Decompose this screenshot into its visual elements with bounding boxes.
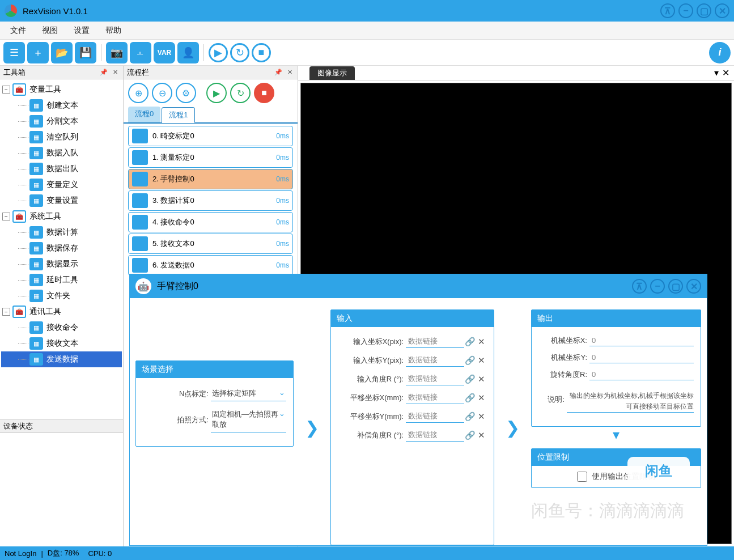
var-button[interactable]: VAR	[154, 42, 175, 63]
link-icon[interactable]: 🔗	[464, 374, 476, 384]
dialog-close-button[interactable]: ✕	[686, 279, 701, 294]
config-node-button[interactable]: ⚙	[176, 83, 196, 103]
tree-item-label: 数据入队	[46, 148, 78, 158]
list-button[interactable]: ☰	[3, 42, 25, 63]
close-panel-icon[interactable]: ✕	[722, 67, 729, 78]
clear-icon[interactable]: ✕	[476, 355, 487, 366]
link-icon[interactable]: 🔗	[464, 393, 476, 403]
new-button[interactable]: ＋	[27, 42, 49, 63]
tree-group[interactable]: −🧰变量工具	[1, 82, 122, 97]
tree-item[interactable]: ▦延时工具	[1, 272, 122, 288]
input-field[interactable]: 数据链接	[406, 372, 464, 385]
pin-icon[interactable]: 📌	[274, 68, 283, 77]
play-button[interactable]: ▶	[209, 43, 228, 62]
tree-item[interactable]: ▦文件夹	[1, 288, 122, 304]
proc-loop-button[interactable]: ↻	[230, 83, 251, 103]
process-item[interactable]: 6. 发送数据00ms	[128, 255, 293, 275]
npoint-select[interactable]: 选择标定矩阵 ⌄	[211, 386, 286, 401]
loop-button[interactable]: ↻	[230, 43, 249, 62]
menu-help[interactable]: 帮助	[97, 23, 129, 38]
close-button[interactable]: ✕	[715, 3, 729, 18]
tool-icon: ▦	[29, 226, 43, 239]
input-field[interactable]: 数据链接	[406, 335, 464, 348]
input-field[interactable]: 数据链接	[406, 429, 464, 442]
clear-icon[interactable]: ✕	[476, 337, 487, 347]
output-note: 输出的坐标为机械坐标,机械手根据该坐标可直接移动至目标位置	[567, 391, 694, 413]
link-icon[interactable]: 🔗	[464, 430, 476, 440]
close-panel-icon[interactable]: ✕	[285, 68, 294, 77]
expander-icon[interactable]: −	[2, 308, 10, 316]
shot-select[interactable]: 固定相机—先拍照再取放 ⌄	[211, 407, 286, 432]
menu-settings[interactable]: 设置	[66, 23, 97, 38]
close-panel-icon[interactable]: ✕	[111, 68, 120, 77]
menu-file[interactable]: 文件	[2, 23, 34, 38]
pin-icon[interactable]: 📌	[99, 68, 108, 77]
clear-icon[interactable]: ✕	[476, 411, 487, 422]
output-row-label: 旋转角度R:	[538, 370, 589, 380]
process-item-name: 5. 接收文本0	[152, 239, 276, 249]
add-node-button[interactable]: ⊕	[128, 83, 149, 103]
tree-item[interactable]: ▦变量设置	[1, 193, 122, 209]
process-item[interactable]: 2. 手臂控制00ms	[128, 169, 293, 189]
open-button[interactable]: 📂	[51, 42, 73, 63]
tree-item[interactable]: ▦分割文本	[1, 113, 122, 129]
link-icon[interactable]: 🔗	[464, 355, 476, 366]
process-tab[interactable]: 流程0	[128, 107, 160, 122]
stop-button[interactable]: ■	[252, 43, 271, 62]
titlebar: RexVision V1.0.1 ⊼ − ▢ ✕	[0, 0, 734, 22]
tool-icon: ▦	[29, 99, 43, 112]
minimize-button[interactable]: −	[678, 3, 693, 18]
process-item[interactable]: 0. 畸变标定00ms	[128, 126, 293, 146]
device-status-header: 设备状态	[0, 419, 123, 433]
tree-group[interactable]: −🧰系统工具	[1, 209, 122, 224]
tree-group[interactable]: −🧰通讯工具	[1, 304, 122, 320]
info-button[interactable]: i	[709, 42, 731, 63]
process-item[interactable]: 3. 数据计算00ms	[128, 190, 293, 211]
tree-item[interactable]: ▦数据计算	[1, 224, 122, 240]
use-limit-checkbox[interactable]	[577, 472, 587, 482]
tree-item[interactable]: ▦清空队列	[1, 129, 122, 145]
output-field: 0	[589, 352, 694, 363]
dialog-title: 手臂控制0	[157, 281, 629, 292]
dropdown-icon[interactable]: ▾	[714, 67, 719, 78]
proc-play-button[interactable]: ▶	[206, 83, 227, 103]
tree-item[interactable]: ▦变量定义	[1, 177, 122, 193]
clear-icon[interactable]: ✕	[476, 430, 487, 440]
expander-icon[interactable]: −	[2, 213, 10, 220]
menu-view[interactable]: 视图	[34, 23, 66, 38]
clear-icon[interactable]: ✕	[476, 393, 487, 403]
proc-stop-button[interactable]: ■	[254, 83, 274, 103]
expander-icon[interactable]: −	[2, 86, 10, 94]
measure-button[interactable]: ⫠	[130, 42, 151, 63]
tree-item-label: 延时工具	[46, 275, 78, 285]
link-icon[interactable]: 🔗	[464, 411, 476, 422]
clear-icon[interactable]: ✕	[476, 374, 487, 384]
process-item[interactable]: 4. 接收命令00ms	[128, 212, 293, 232]
tree-item[interactable]: ▦接收命令	[1, 320, 122, 336]
tree-item[interactable]: ▦创建文本	[1, 97, 122, 113]
save-button[interactable]: 💾	[75, 42, 96, 63]
input-field[interactable]: 数据链接	[406, 354, 464, 367]
camera-button[interactable]: 📷	[106, 42, 128, 63]
dialog-pin-button[interactable]: ⊼	[632, 279, 647, 294]
dialog-minimize-button[interactable]: −	[650, 279, 665, 294]
maximize-button[interactable]: ▢	[697, 3, 711, 18]
image-tab[interactable]: 图像显示	[309, 66, 355, 80]
input-field[interactable]: 数据链接	[406, 391, 464, 404]
tree-item[interactable]: ▦发送数据	[1, 351, 122, 367]
tree-item[interactable]: ▦数据保存	[1, 240, 122, 256]
process-item[interactable]: 5. 接收文本00ms	[128, 234, 293, 254]
tree-item[interactable]: ▦数据入队	[1, 145, 122, 161]
user-button[interactable]: 👤	[177, 42, 199, 63]
tree-item[interactable]: ▦接收文本	[1, 336, 122, 351]
tree-item[interactable]: ▦数据出队	[1, 161, 122, 177]
pin-button[interactable]: ⊼	[660, 3, 675, 18]
input-field[interactable]: 数据链接	[406, 410, 464, 423]
tree-item[interactable]: ▦数据显示	[1, 256, 122, 272]
process-tab[interactable]: 流程1	[162, 107, 195, 123]
dialog-maximize-button[interactable]: ▢	[668, 279, 683, 294]
remove-node-button[interactable]: ⊖	[152, 83, 172, 103]
link-icon[interactable]: 🔗	[464, 337, 476, 347]
tree-item-label: 变量定义	[46, 180, 78, 190]
process-item[interactable]: 1. 测量标定00ms	[128, 147, 293, 168]
